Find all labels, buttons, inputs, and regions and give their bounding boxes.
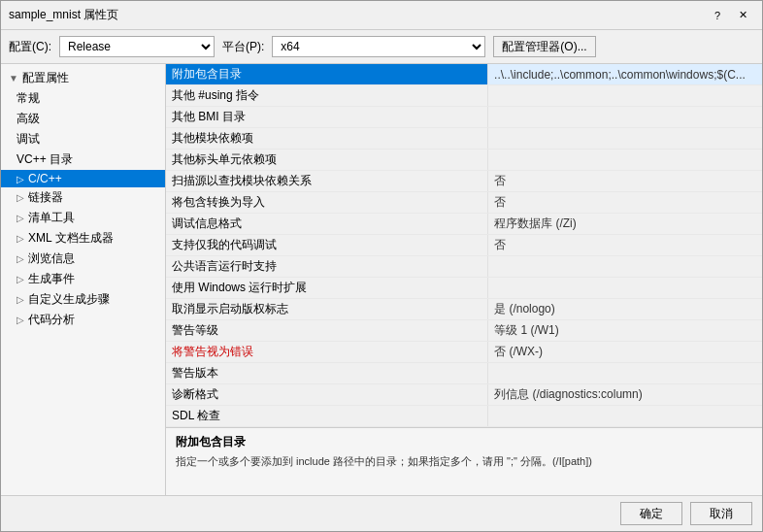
- sidebar-item-linker-label: 链接器: [28, 189, 63, 206]
- prop-name: 附加包含目录: [166, 64, 488, 85]
- prop-value: [488, 128, 762, 150]
- sidebar-item-general[interactable]: 常规: [1, 88, 165, 109]
- sidebar-item-browse[interactable]: ▷ 浏览信息: [1, 249, 165, 269]
- description-text: 指定一个或多个要添加到 include 路径中的目录；如果指定多个，请用 ";"…: [176, 454, 752, 469]
- sidebar-item-xml-label: XML 文档生成器: [28, 230, 114, 247]
- sidebar-item-analysis[interactable]: ▷ 代码分析: [1, 310, 165, 330]
- table-row[interactable]: 调试信息格式程序数据库 (/Zi): [166, 214, 762, 235]
- table-row[interactable]: 使用 Windows 运行时扩展: [166, 278, 762, 299]
- help-button[interactable]: ?: [706, 6, 729, 25]
- description-panel: 附加包含目录 指定一个或多个要添加到 include 路径中的目录；如果指定多个…: [166, 427, 762, 495]
- prop-value: [488, 427, 762, 428]
- sidebar-item-events[interactable]: ▷ 生成事件: [1, 269, 165, 289]
- table-row[interactable]: 附加包含目录..\..\include;..\common;..\common\…: [166, 64, 762, 85]
- footer: 确定 取消: [1, 495, 762, 531]
- table-row[interactable]: 诊断格式列信息 (/diagnostics:column): [166, 384, 762, 406]
- sidebar-item-custom-label: 自定义生成步骤: [28, 291, 110, 308]
- sidebar-item-manifest[interactable]: ▷ 清单工具: [1, 208, 165, 228]
- sidebar-item-events-label: 生成事件: [28, 271, 75, 287]
- properties-table: 附加包含目录..\..\include;..\common;..\common\…: [166, 64, 762, 427]
- prop-value: 否: [488, 192, 762, 214]
- browse-arrow-icon: ▷: [17, 253, 24, 264]
- prop-value: [488, 85, 762, 107]
- prop-value: 列信息 (/diagnostics:column): [488, 384, 762, 406]
- main-area: ▼ 配置属性 常规 高级 调试 VC++ 目录 ▷ C/C++: [1, 64, 762, 495]
- prop-name: SDL 检查: [166, 406, 488, 427]
- prop-name: 其他 #using 指令: [166, 85, 488, 107]
- table-row[interactable]: 扫描源以查找模块依赖关系否: [166, 171, 762, 192]
- sidebar-item-general-label: 常规: [17, 90, 40, 107]
- linker-arrow-icon: ▷: [17, 192, 24, 203]
- config-select[interactable]: Release: [59, 36, 215, 57]
- table-row[interactable]: SDL 检查: [166, 406, 762, 427]
- prop-value: 否: [488, 171, 762, 192]
- table-row[interactable]: 其他 #using 指令: [166, 85, 762, 107]
- props-table-container[interactable]: 附加包含目录..\..\include;..\common;..\common\…: [166, 64, 762, 427]
- sidebar-item-xml[interactable]: ▷ XML 文档生成器: [1, 228, 165, 249]
- sidebar-item-cpp[interactable]: ▷ C/C++: [1, 170, 165, 187]
- description-title: 附加包含目录: [176, 434, 752, 450]
- sidebar-item-vcpp[interactable]: VC++ 目录: [1, 150, 165, 170]
- prop-value: [488, 150, 762, 171]
- events-arrow-icon: ▷: [17, 274, 24, 284]
- config-manager-button[interactable]: 配置管理器(O)...: [493, 36, 595, 57]
- prop-name: 使用 Windows 运行时扩展: [166, 278, 488, 299]
- config-label: 配置(C):: [9, 39, 51, 55]
- prop-name: 其他 BMI 目录: [166, 107, 488, 128]
- table-row[interactable]: 多处理器编译: [166, 427, 762, 428]
- close-button[interactable]: ✕: [731, 6, 754, 25]
- table-row[interactable]: 警告等级等级 1 (/W1): [166, 320, 762, 342]
- tree-root-label: 配置属性: [22, 70, 69, 86]
- table-row[interactable]: 其他 BMI 目录: [166, 107, 762, 128]
- sidebar-item-linker[interactable]: ▷ 链接器: [1, 187, 165, 208]
- custom-arrow-icon: ▷: [17, 294, 24, 305]
- analysis-arrow-icon: ▷: [17, 315, 24, 325]
- table-row[interactable]: 将警告视为错误否 (/WX-): [166, 342, 762, 363]
- prop-name: 调试信息格式: [166, 214, 488, 235]
- prop-value: 程序数据库 (/Zi): [488, 214, 762, 235]
- sidebar-item-custom[interactable]: ▷ 自定义生成步骤: [1, 289, 165, 310]
- prop-value: 否: [488, 235, 762, 256]
- tree-root: ▼ 配置属性 常规 高级 调试 VC++ 目录 ▷ C/C++: [1, 68, 165, 330]
- table-row[interactable]: 支持仅我的代码调试否: [166, 235, 762, 256]
- prop-value: 否 (/WX-): [488, 342, 762, 363]
- tree-root-item[interactable]: ▼ 配置属性: [1, 68, 165, 88]
- prop-name: 其他模块依赖项: [166, 128, 488, 150]
- prop-value: [488, 107, 762, 128]
- sidebar-item-cpp-label: C/C++: [28, 172, 62, 185]
- prop-value: [488, 256, 762, 278]
- table-row[interactable]: 将包含转换为导入否: [166, 192, 762, 214]
- root-arrow-icon: ▼: [9, 73, 18, 83]
- prop-value: 是 (/nologo): [488, 299, 762, 320]
- table-row[interactable]: 公共语言运行时支持: [166, 256, 762, 278]
- prop-name: 警告版本: [166, 363, 488, 384]
- cpp-arrow-icon: ▷: [17, 174, 24, 184]
- ok-button[interactable]: 确定: [620, 502, 682, 525]
- sidebar-item-vcpp-label: VC++ 目录: [17, 151, 73, 168]
- props-table: 附加包含目录..\..\include;..\common;..\common\…: [166, 64, 762, 427]
- platform-label: 平台(P):: [222, 39, 264, 55]
- prop-value: ..\..\include;..\common;..\common\window…: [488, 64, 762, 85]
- toolbar: 配置(C): Release 平台(P): x64 配置管理器(O)...: [1, 30, 762, 64]
- cancel-button[interactable]: 取消: [690, 502, 752, 525]
- platform-select[interactable]: x64: [272, 36, 485, 57]
- prop-name: 扫描源以查找模块依赖关系: [166, 171, 488, 192]
- xml-arrow-icon: ▷: [17, 233, 24, 244]
- prop-name: 将警告视为错误: [166, 342, 488, 363]
- prop-name: 取消显示启动版权标志: [166, 299, 488, 320]
- table-row[interactable]: 取消显示启动版权标志是 (/nologo): [166, 299, 762, 320]
- sidebar-item-debug-label: 调试: [17, 131, 40, 148]
- sidebar-item-advanced[interactable]: 高级: [1, 109, 165, 129]
- prop-name: 多处理器编译: [166, 427, 488, 428]
- prop-value: [488, 406, 762, 427]
- table-row[interactable]: 其他标头单元依赖项: [166, 150, 762, 171]
- table-row[interactable]: 警告版本: [166, 363, 762, 384]
- sidebar-item-browse-label: 浏览信息: [28, 250, 75, 267]
- titlebar-buttons: ? ✕: [706, 6, 754, 25]
- prop-value: 等级 1 (/W1): [488, 320, 762, 342]
- prop-value: [488, 278, 762, 299]
- props-wrapper: 附加包含目录..\..\include;..\common;..\common\…: [166, 64, 762, 427]
- table-row[interactable]: 其他模块依赖项: [166, 128, 762, 150]
- sidebar: ▼ 配置属性 常规 高级 调试 VC++ 目录 ▷ C/C++: [1, 64, 166, 495]
- sidebar-item-debug[interactable]: 调试: [1, 129, 165, 150]
